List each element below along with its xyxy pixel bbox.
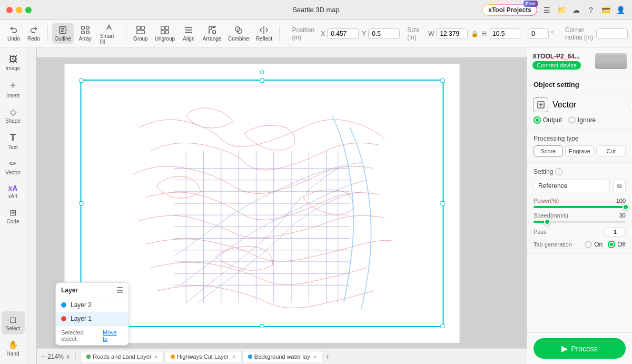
speed-label: Speed(mm/s)	[534, 212, 568, 219]
fullscreen-button[interactable]	[25, 7, 32, 13]
avatar-icon[interactable]: 👤	[615, 5, 626, 15]
xart-icon: xA	[8, 184, 18, 192]
tab-on-radio[interactable]: On	[585, 241, 603, 248]
wallet-icon[interactable]: 💳	[600, 5, 611, 15]
tab-highways-close[interactable]: ×	[232, 353, 235, 360]
zoom-in-button[interactable]: +	[66, 352, 70, 361]
sidebar-item-select[interactable]: ◻ Select	[2, 311, 25, 335]
free-badge: Free	[524, 1, 538, 7]
text-icon: T	[10, 132, 16, 143]
hamburger-icon[interactable]: ☰	[541, 5, 552, 15]
array-button[interactable]: Array	[76, 23, 95, 44]
tab-highways[interactable]: Highways Cut Layer ×	[165, 351, 241, 362]
pass-row: Pass	[534, 227, 626, 237]
layer-item-layer2[interactable]: Layer 2	[56, 298, 129, 312]
tab-background-close[interactable]: ×	[313, 353, 317, 360]
connect-device-button[interactable]: Connect device	[532, 61, 581, 70]
rotate-handle[interactable]	[260, 70, 264, 74]
svg-rect-1	[82, 26, 84, 29]
vector-label: Vector	[552, 100, 576, 110]
tab-on-circle	[585, 241, 592, 248]
position-fields: Position (in) X Y Size (in) W 🔒 H ° Corn…	[288, 26, 628, 41]
svg-rect-7	[137, 31, 144, 34]
align-button[interactable]: Align	[179, 23, 198, 44]
outline-button[interactable]: Outline	[52, 23, 74, 44]
speed-slider-track[interactable]	[534, 221, 626, 223]
xtool-projects-button[interactable]: xTool Projects Free	[482, 4, 537, 16]
traffic-lights	[6, 7, 32, 13]
pass-input[interactable]	[605, 227, 626, 237]
sidebar-item-image[interactable]: 🖼 Image	[2, 52, 25, 74]
setting-label-row: Setting i	[534, 168, 626, 175]
speed-slider-thumb[interactable]	[544, 219, 550, 225]
sidebar-item-insert[interactable]: + Insert	[2, 76, 25, 102]
setting-copy-button[interactable]: ⧉	[613, 180, 626, 192]
handle-tr[interactable]	[441, 78, 445, 83]
sidebar-item-hand[interactable]: ✋ Hand	[2, 337, 25, 360]
zoom-out-button[interactable]: −	[41, 352, 45, 361]
setting-info-icon[interactable]: i	[555, 168, 562, 175]
cloud-icon[interactable]: ☁	[571, 5, 581, 15]
smart-fill-button[interactable]: Smart fill	[97, 21, 122, 47]
handle-tl[interactable]	[80, 78, 84, 83]
power-slider-track[interactable]	[534, 206, 626, 208]
minimize-button[interactable]	[16, 7, 22, 13]
handle-ml[interactable]	[80, 201, 84, 205]
h-input[interactable]	[489, 28, 520, 39]
device-name: XTOOL-P2_64...	[532, 53, 591, 60]
setting-label: Setting	[534, 168, 553, 175]
tab-roads-close[interactable]: ×	[155, 353, 158, 360]
align-label: Align	[183, 36, 194, 42]
engrave-button[interactable]: Engrave	[565, 145, 595, 157]
output-radio-label[interactable]: Output	[534, 116, 562, 124]
power-slider-thumb[interactable]	[623, 204, 629, 210]
ungroup-button[interactable]: Ungroup	[152, 23, 177, 44]
x-input[interactable]	[327, 28, 359, 39]
add-tab-button[interactable]: +	[325, 352, 330, 361]
sidebar-item-text[interactable]: T Text	[2, 129, 25, 153]
y-input[interactable]	[368, 28, 400, 39]
tab-background[interactable]: Background water lay ×	[242, 351, 322, 362]
vector-icon-box	[534, 97, 548, 112]
layer-item-layer1[interactable]: Layer 1	[56, 312, 129, 326]
layer2-label: Layer 2	[71, 301, 92, 309]
layer-panel-header: Layer ☰	[56, 283, 129, 298]
lock-icon[interactable]: 🔒	[471, 30, 479, 37]
undo-button[interactable]: Undo	[4, 23, 23, 44]
handle-bm[interactable]	[260, 324, 264, 328]
w-input[interactable]	[436, 28, 468, 39]
zoom-level: 214%	[47, 353, 64, 360]
move-to-link[interactable]: Move to	[103, 329, 123, 342]
output-label: Output	[543, 116, 562, 124]
map-container[interactable]	[81, 80, 444, 327]
sidebar-item-code[interactable]: ⊞ Code	[2, 204, 25, 228]
arrange-button[interactable]: Arrange	[200, 23, 223, 44]
redo-button[interactable]: Redo	[24, 23, 43, 44]
handle-mr[interactable]	[441, 201, 445, 205]
rotate-input[interactable]	[528, 28, 549, 39]
reflect-button[interactable]: Reflect	[253, 23, 274, 44]
group-button[interactable]: Group	[131, 23, 150, 44]
sidebar-item-xart[interactable]: xA xArt	[2, 181, 25, 202]
tab-roads[interactable]: Roads and Land Layer ×	[81, 351, 164, 362]
canvas-area[interactable]: − 214% + | Roads and Land Layer × Highwa…	[26, 47, 527, 364]
handle-br[interactable]	[441, 324, 445, 328]
close-button[interactable]	[6, 7, 13, 13]
tab-roads-dot	[86, 355, 91, 359]
layer-menu-icon[interactable]: ☰	[116, 286, 123, 294]
sidebar-item-vector[interactable]: ✏ Vector	[2, 155, 25, 179]
power-label-row: Power(%) 100	[534, 198, 626, 204]
score-button[interactable]: Score	[534, 145, 563, 157]
cut-button[interactable]: Cut	[596, 145, 626, 157]
process-btn-area: ▶ Process	[527, 332, 632, 364]
process-button[interactable]: ▶ Process	[534, 338, 626, 359]
tab-gen-options: On Off	[585, 241, 626, 248]
help-icon[interactable]: ?	[586, 5, 596, 15]
setting-select[interactable]: Reference	[534, 180, 610, 192]
corner-input[interactable]	[596, 28, 628, 39]
tab-off-radio[interactable]: Off	[608, 241, 626, 248]
ignore-radio-label[interactable]: Ignore	[568, 116, 596, 124]
folder-icon[interactable]: 📁	[556, 5, 567, 15]
sidebar-item-shape[interactable]: ◇ Shape	[2, 104, 25, 127]
combine-button[interactable]: Combine	[226, 23, 251, 44]
